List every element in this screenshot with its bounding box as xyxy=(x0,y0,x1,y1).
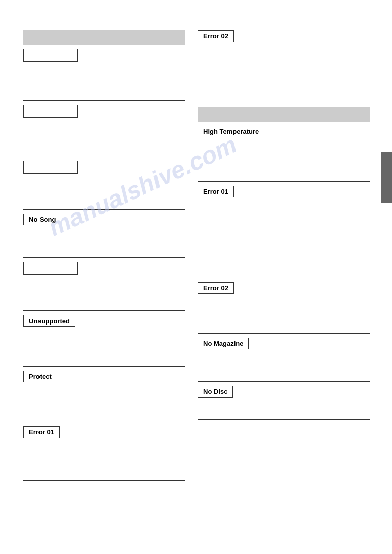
lc-section9 xyxy=(23,476,185,485)
no-magazine-label: No Magazine xyxy=(198,338,249,349)
rc-divider-6 xyxy=(198,381,370,382)
lc-divider-4 xyxy=(23,209,185,210)
lc-gray-bar-1 xyxy=(23,30,185,45)
lc-section4: No Song xyxy=(23,205,185,225)
lc-small-box-3 xyxy=(23,161,78,174)
high-temperature-label: High Temperature xyxy=(198,126,264,137)
rc-section6: No Disc xyxy=(198,377,370,398)
rc-error02-label-2: Error 02 xyxy=(198,282,234,294)
lc-divider-9 xyxy=(23,480,185,481)
rc-error01-label: Error 01 xyxy=(198,186,234,197)
unsupported-label: Unsupported xyxy=(23,315,75,327)
rc-section1: Error 02 xyxy=(198,30,234,42)
lc-small-box-5 xyxy=(23,262,78,275)
no-song-label: No Song xyxy=(23,214,61,225)
rc-section7 xyxy=(198,415,370,424)
lc-section5 xyxy=(23,253,185,277)
lc-section2 xyxy=(23,96,185,120)
protect-label: Protect xyxy=(23,371,57,382)
rc-divider-5 xyxy=(198,333,370,334)
lc-small-box-1 xyxy=(23,49,78,62)
page-container: manualshive.com No Song xyxy=(0,0,392,554)
lc-small-box-2 xyxy=(23,105,78,118)
no-disc-label: No Disc xyxy=(198,386,233,398)
rc-section4: Error 02 xyxy=(198,273,370,294)
rc-divider-7 xyxy=(198,419,370,420)
rc-divider-3 xyxy=(198,181,370,182)
rc-section3: Error 01 xyxy=(198,177,370,197)
rc-divider-2 xyxy=(198,103,370,103)
lc-section8: Error 01 xyxy=(23,418,185,438)
lc-section6: Unsupported xyxy=(23,306,185,327)
lc-divider-5 xyxy=(23,257,185,258)
lc-divider-2 xyxy=(23,100,185,101)
lc-section1 xyxy=(23,30,185,64)
lc-divider-7 xyxy=(23,366,185,367)
side-tab xyxy=(381,152,392,203)
lc-divider-8 xyxy=(23,422,185,422)
lc-divider-3 xyxy=(23,156,185,156)
lc-section3 xyxy=(23,152,185,176)
rc-gray-bar-2 xyxy=(198,107,370,122)
lc-divider-6 xyxy=(23,310,185,311)
lc-section7: Protect xyxy=(23,362,185,382)
rc-section2: High Temperature xyxy=(198,99,370,137)
rc-error02-label-1: Error 02 xyxy=(198,30,234,42)
rc-section5: No Magazine xyxy=(198,329,370,349)
lc-error01-label: Error 01 xyxy=(23,426,60,438)
rc-divider-4 xyxy=(198,278,370,278)
